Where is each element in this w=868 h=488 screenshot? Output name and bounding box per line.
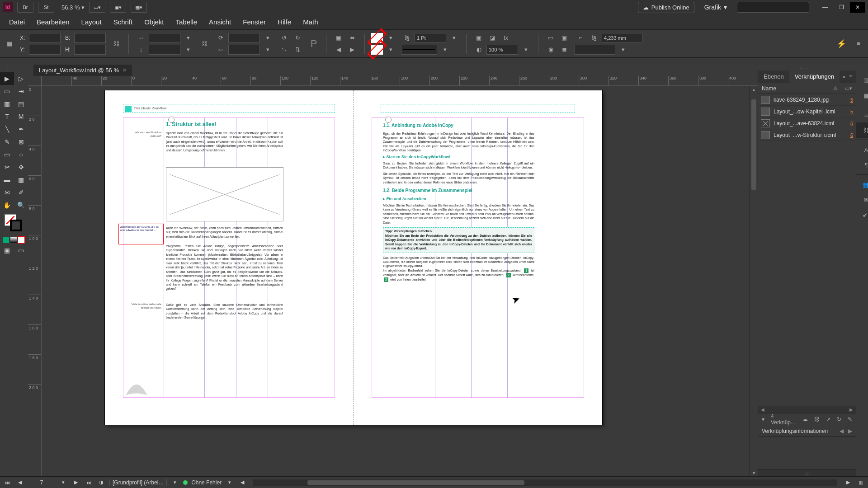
image-placeholder-frame[interactable] <box>166 167 283 221</box>
close-button[interactable]: ✕ <box>850 2 865 13</box>
pen-tool[interactable]: ✒ <box>14 123 28 136</box>
gap-field[interactable] <box>602 33 642 43</box>
relink-icon[interactable]: ⛓ <box>814 416 820 422</box>
menu-datei[interactable]: Datei <box>4 15 30 28</box>
horizontal-ruler[interactable]: 4020020406080100120140160180200220240260… <box>42 76 758 86</box>
flip-v-icon[interactable]: ⇅ <box>292 45 303 55</box>
w-field[interactable] <box>74 33 106 43</box>
next-spread-button[interactable]: ▶ <box>71 479 80 487</box>
menu-layout[interactable]: Layout <box>76 15 107 28</box>
menu-tabelle[interactable]: Tabelle <box>170 15 203 28</box>
dropdown-icon[interactable]: ▾ <box>182 33 194 43</box>
link-info-header[interactable]: Verknüpfungsinformationen ◀▶ <box>758 425 856 436</box>
menu-hilfe[interactable]: Hilfe <box>272 15 297 28</box>
tab-ebenen[interactable]: Ebenen <box>758 70 789 83</box>
content-select-icon[interactable]: ⬌ <box>346 33 358 43</box>
arrange-button[interactable]: ▦▾ <box>131 2 147 13</box>
prev-link-icon[interactable]: ◀ <box>840 428 844 434</box>
link-scale-icon[interactable]: ⛓ <box>198 39 210 49</box>
content-collector-tool[interactable]: ▥ <box>0 98 14 110</box>
hand-tool[interactable]: ✋ <box>0 199 14 211</box>
workspace-switcher[interactable]: Grafik▾ <box>704 4 727 11</box>
running-header-frame[interactable] <box>381 104 575 113</box>
next-object-icon[interactable]: ▶ <box>346 45 358 55</box>
selection-tool[interactable]: ▶ <box>0 72 14 85</box>
dock-farbfelder[interactable]: ▦Farbfelder <box>856 88 868 103</box>
help-search-field[interactable] <box>737 2 809 13</box>
apply-color-icon[interactable] <box>3 237 9 243</box>
gap-stepper[interactable]: ⧎ <box>588 33 600 43</box>
dock-verknuepfungen[interactable]: ⛓Verknüpfungen <box>856 122 868 138</box>
scroll-down-arrow[interactable]: ▼ <box>750 469 758 476</box>
wrap-shape-icon[interactable]: ◉ <box>545 45 557 55</box>
page-tool[interactable]: ▭ <box>0 85 14 98</box>
last-spread-button[interactable]: ⏭ <box>84 479 93 487</box>
panel-menu-icon[interactable]: ≡ <box>849 74 852 80</box>
shear-field[interactable] <box>228 45 260 55</box>
vertical-ruler[interactable]: 02 04 06 08 01 0 01 2 01 4 01 6 01 8 02 … <box>28 86 42 476</box>
gap-tool[interactable]: ⇥ <box>14 85 28 98</box>
running-header-frame[interactable]: Der ideale Workflow <box>123 104 335 113</box>
apply-gradient-icon[interactable] <box>10 237 17 243</box>
y-field[interactable] <box>29 45 61 55</box>
profile-dropdown-icon[interactable]: ▾ <box>170 479 179 487</box>
menu-fenster[interactable]: Fenster <box>237 15 271 28</box>
ruler-origin[interactable] <box>28 76 42 86</box>
pencil-tool[interactable]: ✎ <box>0 136 14 148</box>
constrain-proportions-icon[interactable]: ⛓ <box>110 39 122 49</box>
menu-objekt[interactable]: Objekt <box>139 15 169 28</box>
dock-absatzformate[interactable]: ¶Absatzformate <box>856 157 868 173</box>
x-field[interactable] <box>29 33 61 43</box>
horizontal-scrollbar[interactable] <box>253 479 837 486</box>
dock-seiten[interactable]: ▥Seiten <box>856 72 868 88</box>
panel-grip[interactable]: :::::: <box>0 66 28 72</box>
stroke-weight-stepper[interactable]: ⧎ <box>401 33 413 43</box>
pages-panel-strip[interactable]: :::::: <box>758 469 856 476</box>
scale-y-field[interactable] <box>149 45 180 55</box>
expand-icon[interactable]: ▾ <box>762 416 764 422</box>
links-hscroll[interactable]: ◀▶ <box>758 406 856 413</box>
prev-spread-button[interactable]: ◀ <box>15 479 24 487</box>
dropdown-icon[interactable]: ▾ <box>439 45 451 55</box>
open-master-button[interactable]: ◑ <box>97 479 106 487</box>
scroll-left-button[interactable]: ◀ <box>238 479 247 487</box>
fill-stroke-proxy[interactable] <box>2 214 26 233</box>
split-view-button[interactable]: ▥ <box>856 479 865 487</box>
wrap-none-icon[interactable]: ▭ <box>545 33 557 43</box>
dropdown-icon[interactable]: ▾ <box>617 45 629 55</box>
opacity-field[interactable] <box>486 45 518 55</box>
link-page[interactable]: 6 <box>845 132 853 138</box>
annotation-frame[interactable]: Zeichnungen der Autorin, die es erst tei… <box>118 224 164 244</box>
edit-original-icon[interactable]: ✎ <box>848 416 852 422</box>
menu-schrift[interactable]: Schrift <box>108 15 138 28</box>
vertical-scrollbar[interactable]: ▲ ▼ <box>750 86 758 476</box>
gradient-swatch-tool[interactable]: ▬ <box>0 174 14 186</box>
dock-aenderungen[interactable]: ✔Änderungen verfolgen <box>856 207 868 223</box>
scale-x-field[interactable] <box>149 33 180 43</box>
menu-ansicht[interactable]: Ansicht <box>203 15 236 28</box>
preflight-dropdown-icon[interactable]: ▾ <box>225 479 234 487</box>
preview-view-icon[interactable]: ▭ <box>14 244 28 257</box>
dock-zeichenformate[interactable]: AZeichenformate <box>856 142 868 157</box>
link-page[interactable]: 5 <box>845 109 853 114</box>
stroke-weight-field[interactable] <box>415 33 446 43</box>
update-link-icon[interactable]: ↻ <box>837 416 841 422</box>
links-column-header[interactable]: Name ⚠▭▾ <box>758 83 856 94</box>
relink-cc-icon[interactable]: ☁ <box>802 416 808 422</box>
zoom-level[interactable]: 56,3 %▾ <box>61 4 85 11</box>
prev-object-icon[interactable]: ◀ <box>333 45 344 55</box>
direct-selection-tool[interactable]: ▷ <box>14 72 28 85</box>
flip-h-icon[interactable]: ⇋ <box>278 45 290 55</box>
quick-apply-icon[interactable]: ⚡ <box>835 39 848 49</box>
panel-menu-icon[interactable]: ≡ <box>853 39 864 49</box>
dock-notizen[interactable]: ✉Notizen <box>856 192 868 207</box>
menu-bearbeiten[interactable]: Bearbeiten <box>31 15 75 28</box>
scrollbar-thumb[interactable] <box>307 480 524 485</box>
rectangle-frame-tool[interactable]: ⊠ <box>14 136 28 148</box>
dock-aufgaben[interactable]: 👥Aufgaben <box>856 177 868 192</box>
apply-none-icon[interactable] <box>18 237 24 243</box>
type-tool[interactable]: T <box>0 110 14 123</box>
scissors-tool[interactable]: ✂ <box>0 161 14 174</box>
link-row[interactable]: Layout_...w-Struktur i.icml6 <box>758 129 856 141</box>
close-tab-icon[interactable]: ✕ <box>123 67 127 73</box>
